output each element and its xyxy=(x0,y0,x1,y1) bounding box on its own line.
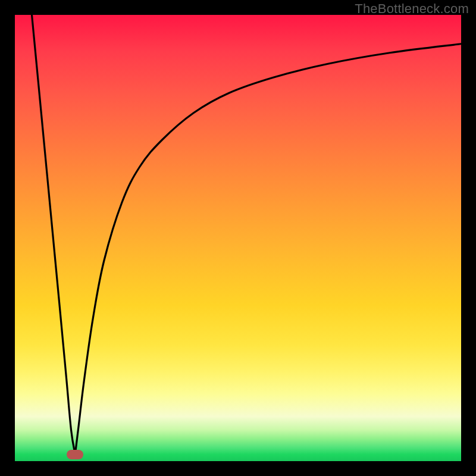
bottleneck-curve-path xyxy=(32,15,462,455)
watermark-text: TheBottleneck.com xyxy=(355,1,469,17)
optimum-marker xyxy=(67,450,83,459)
outer-frame: TheBottleneck.com xyxy=(0,0,476,476)
bottleneck-curve xyxy=(15,15,461,461)
plot-area xyxy=(15,15,461,461)
